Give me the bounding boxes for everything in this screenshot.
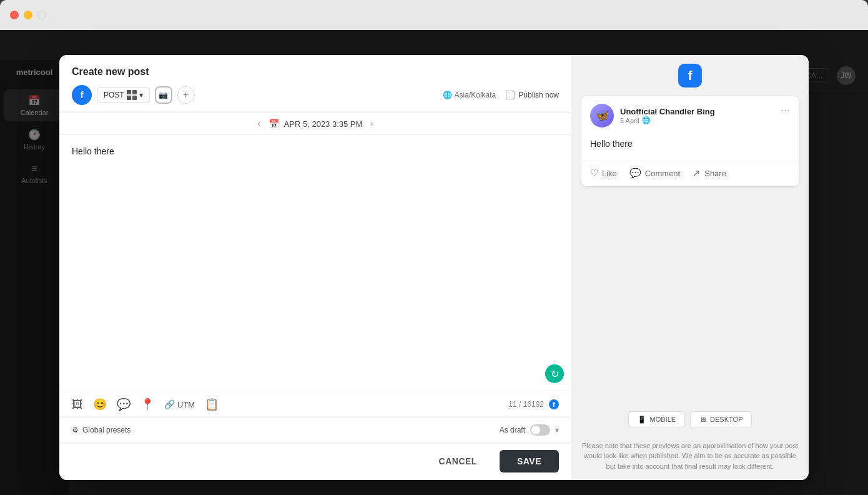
presets-text: Global presets xyxy=(82,426,131,434)
fb-like-button[interactable]: ♡ Like xyxy=(590,168,617,179)
location-toolbar-icon[interactable]: 📍 xyxy=(141,398,154,411)
modal-footer: CANCEL SAVE xyxy=(59,442,571,480)
comment-toolbar-icon[interactable]: 💬 xyxy=(117,398,131,411)
global-presets-row: ⚙ Global presets As draft ▾ xyxy=(59,418,571,442)
preview-note: Please note that these previews are an a… xyxy=(571,434,809,481)
post-toolbar: 🖼 😊 💬 📍 🔗 UTM 📋 11 / 16192 f xyxy=(59,391,571,418)
cancel-button[interactable]: CANCEL xyxy=(424,450,492,472)
desktop-view-button[interactable]: 🖥 DESKTOP xyxy=(690,411,752,428)
modal-right-panel: f 🦋 Unofficial Chandler Bing 5 April 🌐 xyxy=(571,55,809,480)
facebook-count-icon: f xyxy=(549,399,559,409)
mobile-view-button[interactable]: 📱 MOBILE xyxy=(628,411,686,428)
publish-now-label: Publish now xyxy=(518,91,559,99)
char-count-text: 11 / 16192 xyxy=(508,400,544,409)
fb-date-text: 5 April xyxy=(620,117,639,124)
utm-label: UTM xyxy=(177,400,195,409)
modal-title: Create new post xyxy=(72,66,559,78)
fb-post-date: 5 April 🌐 xyxy=(620,116,715,124)
fb-post-actions: ♡ Like 💬 Comment ↗ Share xyxy=(581,161,799,186)
date-text: APR 5, 2023 3:35 PM xyxy=(284,119,363,129)
global-presets-label[interactable]: ⚙ Global presets xyxy=(72,426,131,434)
save-button[interactable]: SAVE xyxy=(500,450,559,472)
modal-header: Create new post f POST ▾ 📷 + xyxy=(59,55,571,113)
refresh-button[interactable]: ↻ xyxy=(545,364,564,383)
share-label: Share xyxy=(704,169,726,178)
fb-post-user: 🦋 Unofficial Chandler Bing 5 April 🌐 xyxy=(590,104,715,128)
emoji-toolbar-icon[interactable]: 😊 xyxy=(93,398,107,411)
instagram-platform-icon[interactable]: 📷 xyxy=(155,86,172,104)
modal-left-panel: Create new post f POST ▾ 📷 + xyxy=(59,55,571,480)
post-textarea-container: Hello there ↻ xyxy=(59,135,571,391)
presets-right: As draft ▾ xyxy=(500,424,559,436)
preview-header: f xyxy=(571,55,809,96)
globe-small-icon: 🌐 xyxy=(642,116,651,124)
as-draft-label: As draft xyxy=(500,426,525,434)
checkbox-icon[interactable] xyxy=(506,91,515,99)
comment-label: Comment xyxy=(645,169,680,178)
minimize-dot[interactable] xyxy=(24,11,32,19)
post-type-dropdown-arrow: ▾ xyxy=(139,91,143,99)
date-prev-button[interactable]: ‹ xyxy=(257,118,260,129)
post-controls: f POST ▾ 📷 + 🌐 xyxy=(72,85,559,105)
globe-icon: 🌐 xyxy=(443,91,452,99)
settings-toolbar-icon[interactable]: 📋 xyxy=(205,398,219,411)
fb-comment-button[interactable]: 💬 Comment xyxy=(629,168,680,179)
desktop-label: DESKTOP xyxy=(710,416,742,423)
fullscreen-dot[interactable] xyxy=(37,11,46,19)
post-type-label: POST xyxy=(104,91,124,99)
fb-page-avatar: 🦋 xyxy=(590,104,614,128)
facebook-platform-icon: f xyxy=(72,85,92,105)
instagram-symbol: 📷 xyxy=(159,91,168,99)
fb-user-info: Unofficial Chandler Bing 5 April 🌐 xyxy=(620,107,715,124)
grid-icon xyxy=(127,90,137,100)
post-meta: 🌐 Asia/Kolkata Publish now xyxy=(443,91,559,99)
presets-dropdown-arrow[interactable]: ▾ xyxy=(555,426,559,434)
desktop-icon: 🖥 xyxy=(699,416,706,423)
publish-now-checkbox[interactable]: Publish now xyxy=(506,91,559,99)
create-post-modal: Create new post f POST ▾ 📷 + xyxy=(59,55,809,480)
date-row: ‹ 📅 APR 5, 2023 3:35 PM › xyxy=(59,113,571,135)
date-next-button[interactable]: › xyxy=(370,118,373,129)
facebook-preview-icon: f xyxy=(678,64,702,88)
view-toggle: 📱 MOBILE 🖥 DESKTOP xyxy=(571,405,809,434)
close-dot[interactable] xyxy=(10,11,19,19)
fb-more-button[interactable]: ··· xyxy=(781,104,790,117)
fb-post-content: Hello there xyxy=(581,135,799,158)
draft-toggle[interactable] xyxy=(530,424,550,436)
gear-icon: ⚙ xyxy=(72,426,79,434)
char-count-display: 11 / 16192 f xyxy=(508,399,559,409)
calendar-small-icon: 📅 xyxy=(269,119,279,129)
utm-toolbar-button[interactable]: 🔗 UTM xyxy=(164,399,195,409)
share-icon: ↗ xyxy=(693,168,701,179)
date-display: 📅 APR 5, 2023 3:35 PM xyxy=(269,119,363,129)
image-toolbar-icon[interactable]: 🖼 xyxy=(72,398,83,411)
fb-page-name: Unofficial Chandler Bing xyxy=(620,107,715,116)
fb-share-button[interactable]: ↗ Share xyxy=(693,168,726,179)
window-chrome xyxy=(0,0,868,30)
timezone-text: Asia/Kolkata xyxy=(455,91,496,99)
add-platform-button[interactable]: + xyxy=(177,86,195,104)
facebook-post-preview: 🦋 Unofficial Chandler Bing 5 April 🌐 ···… xyxy=(581,96,799,186)
heart-icon: ♡ xyxy=(590,168,598,179)
timezone-label: 🌐 Asia/Kolkata xyxy=(443,91,496,99)
mobile-label: MOBILE xyxy=(650,416,676,423)
post-text-input[interactable]: Hello there xyxy=(72,145,559,381)
link-icon: 🔗 xyxy=(164,399,175,409)
post-type-button[interactable]: POST ▾ xyxy=(97,87,150,103)
preview-footer: 📱 MOBILE 🖥 DESKTOP Please note that thes… xyxy=(571,405,809,481)
comment-icon: 💬 xyxy=(629,168,641,179)
fb-post-header: 🦋 Unofficial Chandler Bing 5 April 🌐 ··· xyxy=(581,96,799,135)
mobile-icon: 📱 xyxy=(638,416,646,424)
like-label: Like xyxy=(602,169,617,178)
